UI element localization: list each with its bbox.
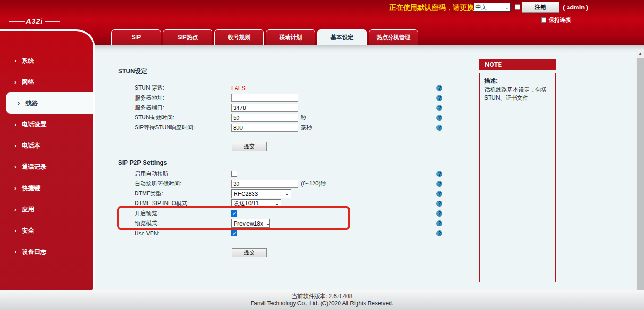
tab-hotspot-extension[interactable]: 热点分机管理 — [369, 29, 418, 45]
sidebar-nav: › 系统 › 网络 › 线路 › 电话设置 › 电话本 › 通话记录 › 快捷键… — [0, 29, 95, 292]
preview-mode-value: Preview18x — [234, 220, 263, 227]
keep-online-checkbox[interactable] — [541, 17, 546, 23]
chevron-right-icon: › — [14, 78, 16, 85]
sidebar-item-call-log[interactable]: › 通话记录 — [0, 156, 93, 177]
server-address-input[interactable] — [231, 94, 298, 102]
help-icon[interactable]: ? — [436, 85, 442, 91]
auto-answer-delay-input[interactable] — [231, 180, 298, 188]
sidebar-item-label: 安全 — [22, 226, 34, 235]
logo-decor-lines-right — [45, 20, 60, 24]
tab-bar: SIP SIP热点 收号规则 联动计划 基本设定 热点分机管理 — [111, 29, 418, 45]
stun-submit-button[interactable]: 提交 — [232, 142, 267, 151]
help-icon[interactable]: ? — [436, 210, 442, 217]
field-label: 启用自动接听 — [135, 170, 231, 178]
language-select[interactable]: 中文 ⌄ — [474, 3, 511, 12]
p2p-rows: 启用自动接听 ? 自动接听等候时间: (0~120)秒 ? DTMF类型: RF… — [135, 169, 446, 238]
preview-mode-select[interactable]: Preview18x ⌄ — [231, 219, 270, 228]
server-port-input[interactable] — [231, 104, 298, 112]
logo-decor-lines-left — [9, 20, 25, 24]
field-label: Use VPN: — [135, 230, 231, 237]
sidebar-item-phone-settings[interactable]: › 电话设置 — [0, 114, 93, 135]
firmware-version-text: 当前软件版本: 2.6.0.408 — [0, 293, 644, 300]
tab-basic-settings[interactable]: 基本设定 — [317, 29, 367, 45]
settings-form-area: STUN设定 STUN 穿透: FALSE ? 服务器地址: ? 服务器端口: … — [95, 50, 636, 290]
chevron-down-icon: ⌄ — [505, 4, 509, 10]
sidebar-item-label: 通话记录 — [22, 163, 46, 171]
help-icon[interactable]: ? — [436, 171, 442, 177]
p2p-row-auto-answer-delay: 自动接听等候时间: (0~120)秒 ? — [135, 179, 446, 189]
sidebar-item-device-log[interactable]: › 设备日志 — [0, 241, 93, 262]
stun-penetrate-value: FALSE — [231, 85, 249, 92]
note-desc-label: 描述: — [484, 77, 551, 85]
range-suffix: (0~120)秒 — [301, 180, 326, 188]
help-icon[interactable]: ? — [436, 230, 442, 236]
sidebar-item-application[interactable]: › 应用 — [0, 199, 93, 220]
page-footer: 当前软件版本: 2.6.0.408 Fanvil Technology Co.,… — [0, 290, 644, 310]
sidebar-item-label: 应用 — [22, 205, 34, 214]
stun-section-title: STUN设定 — [118, 67, 147, 75]
sidebar-item-label: 电话本 — [22, 142, 40, 150]
keep-online-label: 保持连接 — [549, 16, 571, 24]
sidebar-item-function-key[interactable]: › 快捷键 — [0, 177, 93, 199]
sidebar-item-label: 线路 — [25, 99, 38, 108]
stun-rows: STUN 穿透: FALSE ? 服务器地址: ? 服务器端口: ? STUN有… — [135, 83, 446, 133]
chevron-right-icon: › — [14, 57, 16, 64]
tab-sip[interactable]: SIP — [111, 29, 161, 45]
sidebar-item-security[interactable]: › 安全 — [0, 220, 93, 241]
field-label: 自动接听等候时间: — [135, 180, 231, 188]
logged-in-user: ( admin ) — [563, 4, 588, 11]
chevron-right-icon: › — [14, 227, 16, 234]
stun-valid-time-input[interactable] — [231, 114, 298, 122]
language-select-value: 中文 — [475, 3, 487, 11]
help-icon[interactable]: ? — [436, 95, 442, 101]
sidebar-item-label: 电话设置 — [22, 120, 46, 129]
sidebar-item-phonebook[interactable]: › 电话本 — [0, 135, 93, 156]
vertical-scrollbar[interactable]: ▲ — [636, 50, 644, 290]
keep-online-row: 保持连接 — [541, 16, 571, 24]
enable-preview-checkbox[interactable] — [231, 210, 237, 217]
help-icon[interactable]: ? — [436, 105, 442, 111]
p2p-row-dtmf-sip-info: DTMF SIP INFO模式: 发送10/11 ⌄ ? — [135, 199, 446, 209]
field-label: 开启预览: — [135, 209, 231, 218]
help-icon[interactable]: ? — [436, 181, 442, 187]
help-icon[interactable]: ? — [436, 201, 442, 207]
stun-row-penetrate: STUN 穿透: FALSE ? — [135, 83, 446, 93]
p2p-row-auto-answer: 启用自动接听 ? — [135, 169, 446, 179]
unit-suffix: 秒 — [301, 114, 306, 122]
sidebar-item-network[interactable]: › 网络 — [0, 71, 93, 92]
tab-sip-hotspot[interactable]: SIP热点 — [163, 29, 212, 45]
help-icon[interactable]: ? — [436, 191, 442, 197]
language-apply-checkbox[interactable] — [515, 4, 520, 10]
field-label: DTMF类型: — [135, 190, 231, 198]
p2p-section-title: SIP P2P Settings — [118, 159, 167, 166]
auto-answer-checkbox[interactable] — [231, 171, 237, 177]
section-divider — [118, 154, 456, 154]
dtmf-type-select[interactable]: RFC2833 ⌄ — [231, 189, 291, 198]
chevron-down-icon: ⌄ — [285, 191, 289, 197]
help-icon[interactable]: ? — [436, 115, 442, 121]
copyright-text: Fanvil Technology Co., Ltd. (C)2020 All … — [0, 300, 644, 307]
logout-button[interactable]: 注销 — [522, 2, 559, 13]
field-label: 服务器端口: — [135, 104, 231, 112]
help-icon[interactable]: ? — [436, 125, 442, 131]
stun-row-server-address: 服务器地址: ? — [135, 93, 446, 103]
scrollbar-thumb[interactable] — [637, 58, 644, 290]
tab-dial-plan[interactable]: 收号规则 — [214, 29, 264, 45]
field-label: DTMF SIP INFO模式: — [135, 200, 231, 208]
help-icon[interactable]: ? — [436, 220, 442, 226]
field-label: STUN 穿透: — [135, 84, 231, 92]
scroll-up-arrow-icon[interactable]: ▲ — [636, 50, 644, 58]
device-logo: A32i — [26, 17, 43, 25]
chevron-right-icon: › — [14, 121, 16, 128]
use-vpn-checkbox[interactable] — [231, 230, 237, 236]
stun-row-server-port: 服务器端口: ? — [135, 103, 446, 113]
field-label: SIP等待STUN响应时间: — [135, 124, 231, 132]
tab-action-plan[interactable]: 联动计划 — [266, 29, 315, 45]
dtmf-sip-info-mode-select[interactable]: 发送10/11 ⌄ — [231, 199, 281, 208]
p2p-submit-button[interactable]: 提交 — [232, 248, 267, 257]
sip-wait-stun-input[interactable] — [231, 124, 298, 132]
chevron-right-icon: › — [14, 184, 16, 192]
sidebar-item-system[interactable]: › 系统 — [0, 50, 93, 71]
p2p-row-dtmf-type: DTMF类型: RFC2833 ⌄ ? — [135, 189, 446, 199]
sidebar-item-line[interactable]: › 线路 — [6, 92, 93, 114]
